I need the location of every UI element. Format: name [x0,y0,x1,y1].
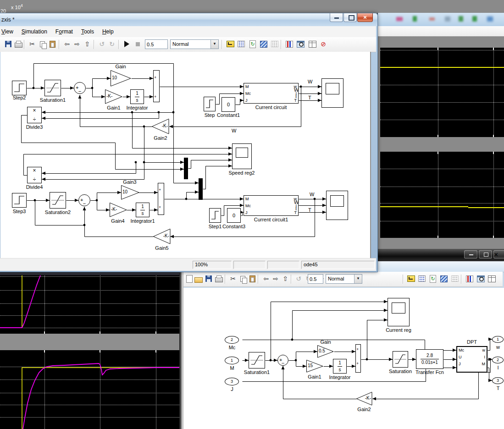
model-parameters-button[interactable] [237,39,246,49]
integrator-block[interactable]: 1s [130,89,144,104]
paste-button[interactable] [48,39,57,49]
integrator1-block[interactable]: 1s [136,203,150,217]
library-stack-button[interactable] [259,39,268,49]
gain-block[interactable]: 0.5 [317,345,334,358]
maximize-button[interactable] [479,250,492,258]
library-stack-button[interactable] [439,274,449,283]
gain3-block[interactable]: 10 [121,185,139,200]
step1-block[interactable] [209,208,221,223]
gain1-block[interactable]: 15 [306,360,323,373]
minimize-button[interactable] [330,13,343,22]
gain2-block[interactable]: -K- [356,392,372,406]
simulation-stop-time-input[interactable] [308,274,323,284]
disabled-parameters-button[interactable] [450,274,460,283]
navigate-back-button[interactable]: ⇦ [261,274,271,283]
divide4-block[interactable]: ×÷ [27,167,42,183]
window1-titlebar[interactable]: zxis * × [0,13,377,26]
simulation-mode-dropdown[interactable]: Normal▼ [326,274,362,284]
window2-titlebar[interactable]: × [378,249,504,261]
cancel-button[interactable]: ⊘ [319,39,328,49]
dpt-subsystem[interactable]: McUJwIM [456,346,487,373]
redo-button[interactable]: ↻ [107,39,116,49]
navigate-up-button[interactable]: ⇧ [281,274,290,283]
sum-rect-block[interactable]: ++ [153,70,160,102]
current-circuit-subsystem[interactable]: MMcJwIT [244,83,299,104]
scope1-block[interactable] [326,191,348,220]
navigate-forward-button[interactable]: ⇨ [271,274,280,283]
outport-w[interactable]: 1 [492,336,504,343]
new-model-button[interactable] [185,274,194,283]
constant1-block[interactable]: 0 [222,97,235,112]
inport-m[interactable]: 1 [225,357,239,364]
gain1-block[interactable]: -K- [105,89,122,104]
signal-builder-button[interactable] [406,274,415,283]
cut-button[interactable]: ✂ [228,274,238,283]
gain-block[interactable]: 10 [111,70,131,87]
update-diagram-button[interactable]: ↻ [428,274,438,283]
model2-canvas[interactable]: Current reg2Mc1M3JSaturation1+−0.5Gain15… [183,288,504,429]
maximize-button[interactable] [343,13,357,22]
copy-button[interactable] [238,274,247,283]
model-browser-pane-button[interactable] [308,39,317,49]
disabled-parameters-button[interactable] [270,39,279,49]
menu-item-help[interactable]: Help [98,27,118,37]
stop-simulation-button[interactable] [133,39,142,49]
paste-button[interactable] [248,274,257,283]
minimize-button[interactable] [464,250,477,258]
gain4-block[interactable]: -K- [110,203,127,217]
sum-block[interactable]: +− [277,355,288,366]
gain5-block[interactable]: -K- [153,229,171,244]
undo-button[interactable]: ↺ [294,274,303,283]
save-button[interactable] [204,274,213,283]
menu-item-tools[interactable]: Tools [77,27,98,37]
dropdown-arrow-icon[interactable]: ▼ [210,40,218,49]
simulation-mode-dropdown[interactable]: Normal▼ [170,39,219,49]
copy-button[interactable] [38,39,47,49]
model-parameters-button[interactable] [417,274,426,283]
save-button[interactable] [4,39,13,49]
scope-right-axes-1[interactable] [380,48,504,137]
menu-item-simulation[interactable]: Simulation [17,27,51,37]
model-browser-button[interactable] [476,274,485,283]
close-button[interactable]: × [357,13,373,22]
model-browser-button[interactable] [296,39,305,49]
saturation-block[interactable] [393,351,408,368]
dropdown-arrow-icon[interactable]: ▼ [354,275,362,283]
integrator-block[interactable]: 1s [333,359,347,374]
outport-i[interactable]: 2 [492,357,504,363]
open-model-button[interactable] [194,274,203,283]
speed-reg2-scope-block[interactable] [232,143,252,169]
sum-rect1-block[interactable]: ++ [158,183,164,215]
navigate-back-button[interactable]: ⇦ [62,39,72,49]
divide3-block[interactable]: ×÷ [27,107,42,123]
print-button[interactable] [14,39,23,49]
step3-block[interactable] [12,193,27,208]
model-browser-pane-button[interactable] [487,274,496,283]
undo-button[interactable]: ↺ [97,39,106,49]
update-diagram-button[interactable]: ↻ [248,39,257,49]
simulation-stop-time-input[interactable] [145,39,168,49]
scope-right-toolbar[interactable] [378,13,504,26]
close-button[interactable]: × [493,250,504,258]
navigate-up-button[interactable]: ⇧ [83,39,92,49]
scope-bottom-axes-1[interactable] [0,275,179,334]
saturation2-block[interactable] [50,192,66,209]
transfer-fcn-block[interactable]: 2.80.01s+1 [416,349,443,369]
scope-block[interactable] [321,78,343,108]
navigate-forward-button[interactable]: ⇨ [72,39,82,49]
cut-button[interactable]: ✂ [28,39,37,49]
menu-item-format[interactable]: Format [51,27,77,37]
scope-bottom-axes-2[interactable] [0,350,179,429]
mux1-block[interactable] [199,178,203,200]
sum-rect-block[interactable]: ++ [355,344,361,373]
step-block[interactable] [204,97,216,111]
simulation-diagnostics-button[interactable] [465,274,474,283]
gain2-block[interactable]: -K- [152,119,169,134]
constant3-block[interactable]: 0 [227,208,241,223]
current-reg-scope-block[interactable] [388,298,410,326]
sum-block[interactable]: +− [74,82,86,94]
model1-canvas[interactable]: Step2Saturation1+−10Gain-K-Gain11sIntegr… [0,52,371,258]
step2-block[interactable] [12,81,27,95]
signal-builder-button[interactable] [226,39,235,49]
print-button[interactable] [214,274,223,283]
